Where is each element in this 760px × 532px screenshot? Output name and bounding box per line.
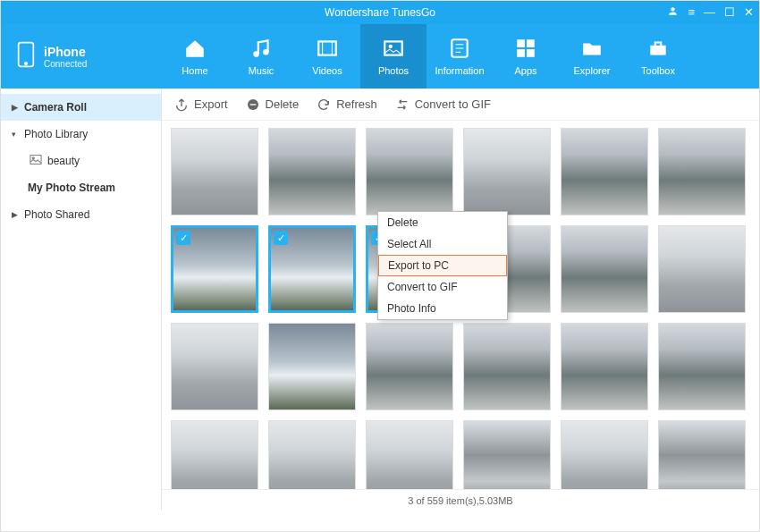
close-icon[interactable]: ✕ — [744, 5, 754, 20]
photo-thumb[interactable] — [366, 128, 453, 215]
sidebar-item-my-photo-stream[interactable]: My Photo Stream — [1, 174, 161, 201]
ctx-label: Photo Info — [387, 302, 436, 315]
nav-label: Videos — [312, 65, 342, 76]
photo-thumb[interactable] — [268, 323, 356, 410]
ctx-export-to-pc[interactable]: Export to PC — [378, 255, 507, 276]
context-menu: Delete Select All Export to PC Convert t… — [377, 211, 508, 320]
nav-home[interactable]: Home — [162, 24, 228, 89]
caret-down-icon: ▾ — [12, 130, 19, 139]
photo-thumb[interactable] — [463, 420, 551, 489]
toolbar-label: Refresh — [336, 97, 377, 111]
svg-rect-13 — [517, 49, 525, 57]
photo-thumb[interactable] — [463, 323, 551, 410]
photo-thumb[interactable] — [658, 420, 746, 489]
nav-music[interactable]: Music — [228, 24, 294, 89]
sidebar-label: beauty — [47, 155, 80, 167]
sidebar-item-photo-library[interactable]: ▾Photo Library — [1, 121, 161, 148]
menu-icon[interactable]: ≡ — [688, 5, 695, 20]
picture-icon — [30, 155, 42, 167]
ctx-label: Convert to GIF — [387, 281, 458, 293]
music-icon — [249, 37, 273, 62]
nav-videos[interactable]: Videos — [294, 24, 360, 89]
app-title: Wondershare TunesGo — [325, 6, 435, 19]
explorer-icon — [580, 37, 604, 62]
toolbar-label: Export — [194, 97, 228, 111]
photo-thumb[interactable] — [268, 128, 356, 215]
photo-thumb[interactable] — [366, 323, 453, 410]
photo-thumb[interactable]: ✓ — [171, 225, 258, 313]
sidebar-label: Photo Shared — [24, 208, 89, 221]
svg-rect-16 — [30, 156, 41, 165]
photo-thumb[interactable] — [171, 323, 258, 410]
photo-thumb[interactable] — [171, 128, 258, 215]
device-box[interactable]: iPhone Connected — [1, 24, 162, 89]
delete-button[interactable]: Delete — [246, 97, 300, 112]
user-icon[interactable] — [667, 5, 679, 20]
apps-icon — [514, 37, 537, 62]
svg-point-2 — [25, 63, 28, 65]
svg-point-4 — [263, 49, 269, 55]
nav-photos[interactable]: Photos — [360, 24, 426, 89]
svg-rect-15 — [650, 46, 665, 55]
sidebar: ▶Camera Roll ▾Photo Library beauty My Ph… — [1, 89, 162, 511]
photos-icon — [382, 37, 405, 62]
nav-toolbox[interactable]: Toolbox — [625, 24, 691, 89]
photo-thumb[interactable]: ✓ — [268, 225, 356, 313]
ctx-delete[interactable]: Delete — [378, 212, 507, 233]
svg-point-0 — [671, 7, 675, 11]
sidebar-label: Camera Roll — [24, 101, 87, 114]
export-button[interactable]: Export — [174, 97, 228, 112]
ctx-label: Delete — [387, 216, 418, 229]
maximize-icon[interactable]: ☐ — [724, 5, 735, 20]
photo-thumb[interactable] — [463, 128, 551, 215]
svg-rect-12 — [527, 39, 535, 47]
videos-icon — [316, 37, 339, 62]
nav-label: Music — [249, 65, 274, 76]
toolbox-icon — [646, 37, 670, 62]
nav-label: Apps — [514, 65, 536, 76]
photo-thumb[interactable] — [268, 420, 356, 489]
toolbar: Export Delete Refresh Convert to GIF — [162, 89, 759, 121]
ctx-convert[interactable]: Convert to GIF — [378, 276, 507, 298]
photo-thumb[interactable] — [658, 225, 746, 313]
photo-thumb[interactable] — [561, 323, 648, 410]
sidebar-item-photo-shared[interactable]: ▶Photo Shared — [1, 201, 161, 228]
photo-thumb[interactable] — [658, 128, 746, 215]
photo-thumb[interactable] — [171, 420, 258, 489]
toolbar-label: Delete — [266, 97, 300, 111]
nav: HomeMusicVideosPhotosInformationAppsExpl… — [162, 24, 759, 89]
sidebar-item-camera-roll[interactable]: ▶Camera Roll — [1, 94, 161, 121]
ctx-photo-info[interactable]: Photo Info — [378, 298, 507, 319]
refresh-button[interactable]: Refresh — [317, 97, 377, 112]
caret-right-icon: ▶ — [12, 210, 19, 219]
phone-icon — [17, 40, 35, 72]
check-icon: ✓ — [176, 231, 190, 245]
ctx-select-all[interactable]: Select All — [378, 233, 507, 255]
nav-label: Explorer — [574, 65, 611, 76]
status-text: 3 of 559 item(s),5.03MB — [408, 495, 512, 506]
header: iPhone Connected HomeMusicVideosPhotosIn… — [1, 24, 759, 89]
svg-rect-19 — [249, 104, 256, 105]
convert-button[interactable]: Convert to GIF — [395, 97, 491, 112]
photo-thumb[interactable] — [561, 128, 648, 215]
ctx-label: Select All — [387, 238, 431, 250]
home-icon — [183, 37, 207, 62]
photo-thumb[interactable] — [366, 420, 453, 489]
photo-thumb[interactable] — [561, 420, 648, 489]
information-icon — [448, 37, 471, 62]
svg-point-9 — [389, 45, 393, 48]
svg-rect-14 — [527, 49, 535, 57]
check-icon: ✓ — [274, 231, 288, 245]
nav-explorer[interactable]: Explorer — [559, 24, 625, 89]
toolbar-label: Convert to GIF — [415, 97, 491, 111]
svg-point-17 — [32, 157, 34, 159]
caret-right-icon: ▶ — [12, 103, 19, 112]
status-bar: 3 of 559 item(s),5.03MB — [162, 489, 759, 511]
sidebar-item-beauty[interactable]: beauty — [1, 148, 161, 174]
device-status: Connected — [44, 59, 87, 69]
nav-information[interactable]: Information — [426, 24, 493, 89]
photo-thumb[interactable] — [658, 323, 746, 410]
photo-thumb[interactable] — [561, 225, 648, 313]
nav-apps[interactable]: Apps — [493, 24, 559, 89]
minimize-icon[interactable]: — — [704, 5, 715, 20]
